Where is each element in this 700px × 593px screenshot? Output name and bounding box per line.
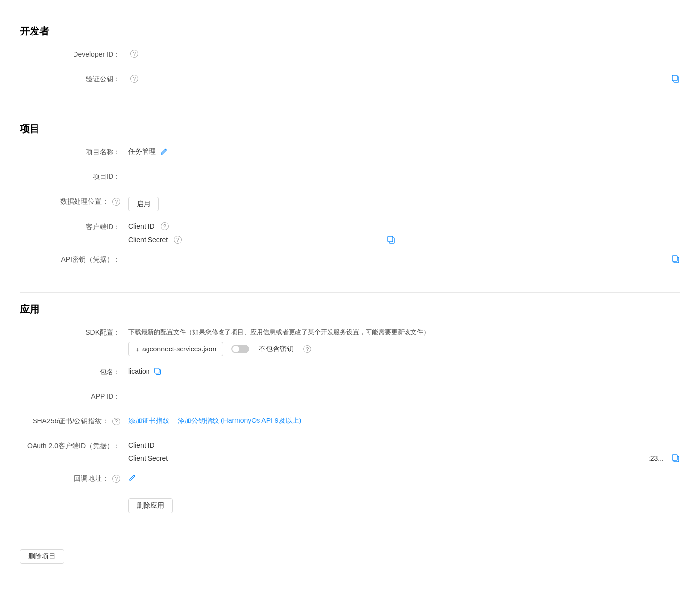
- sdk-label: SDK配置：: [20, 326, 128, 337]
- svg-rect-7: [154, 368, 159, 373]
- oauth-client-secret-value: Client Secret: [128, 454, 168, 462]
- download-icon: ↓: [136, 345, 139, 353]
- app-section-title: 应用: [20, 303, 680, 316]
- client-id-label: 客户端ID：: [20, 220, 128, 232]
- oauth-label: OAuth 2.0客户端ID（凭据）：: [20, 439, 128, 451]
- api-key-label: API密钥（凭据）：: [20, 253, 128, 264]
- oauth-secret-copy-icon[interactable]: [671, 454, 680, 463]
- package-value: lication: [128, 367, 150, 375]
- svg-rect-5: [672, 256, 677, 261]
- project-client-id-help-icon[interactable]: ?: [161, 222, 169, 230]
- verify-key-copy-icon[interactable]: [671, 74, 680, 83]
- developer-id-help-icon[interactable]: ?: [130, 50, 138, 58]
- add-pubkey-link[interactable]: 添加公钥指纹 (HarmonyOs API 9及以上): [178, 417, 301, 425]
- project-client-secret-help-icon[interactable]: ?: [174, 236, 182, 244]
- data-location-label: 数据处理位置： ?: [20, 195, 128, 206]
- no-secret-label: 不包含密钥: [259, 345, 294, 353]
- no-secret-toggle[interactable]: [231, 345, 249, 353]
- enable-button[interactable]: 启用: [128, 197, 159, 211]
- project-client-id-value: Client ID: [128, 222, 155, 230]
- callback-help-icon[interactable]: ?: [112, 475, 120, 483]
- callback-label: 回调地址： ?: [20, 472, 128, 483]
- sdk-download-button[interactable]: ↓ agconnect-services.json: [128, 342, 223, 356]
- project-name-edit-icon[interactable]: [160, 148, 168, 156]
- developer-id-label: Developer ID：: [20, 48, 128, 59]
- sha256-label: SHA256证书/公钥指纹： ?: [20, 415, 128, 426]
- sha256-help-icon[interactable]: ?: [112, 418, 120, 425]
- oauth-secret-truncated: :23...: [648, 454, 663, 462]
- add-cert-link[interactable]: 添加证书指纹: [128, 417, 170, 425]
- project-name-label: 项目名称：: [20, 145, 128, 157]
- package-copy-icon[interactable]: [154, 367, 162, 375]
- svg-rect-1: [672, 75, 677, 81]
- sdk-note: 下载最新的配置文件（如果您修改了项目、应用信息或者更改了某个开发服务设置，可能需…: [128, 328, 430, 337]
- project-id-label: 项目ID：: [20, 170, 128, 181]
- oauth-client-id-value: Client ID: [128, 441, 155, 449]
- verify-key-help-icon[interactable]: ?: [130, 75, 138, 83]
- package-label: 包名：: [20, 365, 128, 377]
- app-id-label: APP ID：: [20, 390, 128, 401]
- verify-key-label: 验证公钥：: [20, 72, 128, 84]
- svg-rect-3: [388, 236, 393, 242]
- delete-app-button[interactable]: 删除应用: [128, 498, 173, 513]
- project-client-secret-value: Client Secret: [128, 236, 168, 244]
- data-location-help-icon[interactable]: ?: [112, 198, 120, 206]
- svg-rect-9: [672, 455, 677, 460]
- footer: 删除项目: [20, 537, 680, 576]
- project-section-title: 项目: [20, 122, 680, 136]
- callback-edit-icon[interactable]: [128, 474, 136, 482]
- project-client-secret-copy-icon[interactable]: [387, 235, 396, 244]
- delete-project-button[interactable]: 删除项目: [20, 549, 64, 564]
- developer-section-title: 开发者: [20, 25, 680, 38]
- no-secret-help-icon[interactable]: ?: [303, 345, 311, 353]
- project-name-value: 任务管理: [128, 147, 156, 156]
- api-key-copy-icon[interactable]: [671, 255, 680, 264]
